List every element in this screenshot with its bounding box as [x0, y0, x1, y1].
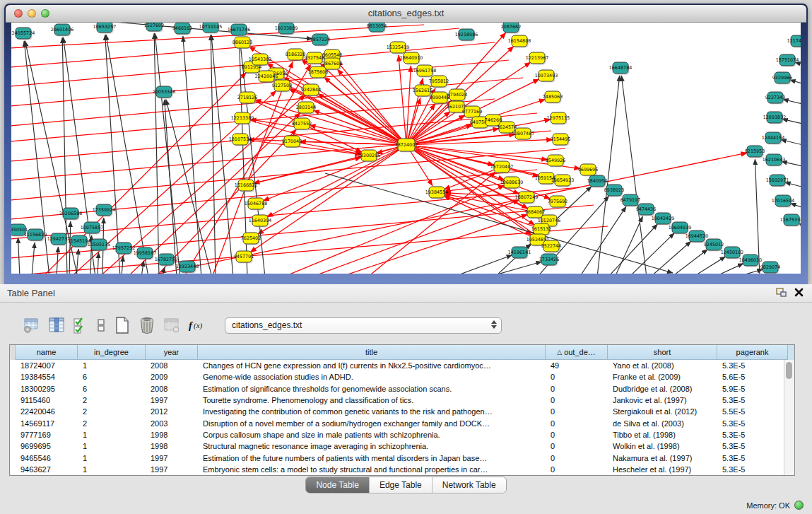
table-cell[interactable]: 2012	[146, 407, 198, 416]
table-cell[interactable]: 0	[546, 442, 608, 450]
network-node[interactable]: 19958167	[134, 247, 157, 260]
table-cell[interactable]: 19384554	[16, 373, 78, 381]
table-cell[interactable]: 5.3E-5	[717, 465, 788, 474]
tab-network-table[interactable]: Network Table	[432, 477, 506, 493]
network-node[interactable]: 6794024	[447, 89, 467, 102]
table-cell[interactable]: 2009	[146, 373, 198, 381]
network-node[interactable]: 9170043	[282, 136, 302, 148]
table-cell[interactable]: 2008	[146, 385, 198, 393]
table-cell[interactable]: 2003	[146, 419, 198, 428]
table-cell[interactable]: 5.3E-5	[717, 361, 788, 370]
network-node[interactable]: 9466162	[172, 23, 192, 35]
table-cell[interactable]: Nakamura et al. (1997)	[608, 454, 717, 462]
new-column-button[interactable]	[113, 315, 131, 335]
network-node[interactable]: 16210643	[763, 154, 786, 167]
table-cell[interactable]: Franke et al. (2009)	[608, 373, 717, 381]
network-node[interactable]: 24055724	[12, 28, 35, 40]
window-titlebar[interactable]: citations_edges.txt	[6, 5, 806, 23]
table-cell[interactable]: 0	[546, 373, 608, 381]
network-node[interactable]: 15751074	[776, 54, 799, 67]
table-cell[interactable]: 18300295	[16, 385, 78, 393]
network-node[interactable]: 8813054	[367, 23, 387, 33]
table-cell[interactable]: 9115460	[16, 396, 78, 404]
table-cell[interactable]: 9777169	[16, 431, 78, 439]
table-cell[interactable]: 2	[78, 396, 146, 404]
column-header-short[interactable]: short	[608, 345, 717, 360]
network-node[interactable]: 10719145	[199, 23, 223, 34]
network-node[interactable]: 7955812	[429, 76, 449, 88]
table-cell[interactable]: 1997	[146, 465, 198, 474]
table-row[interactable]: 1872400712008Changes of HCN gene express…	[10, 360, 794, 371]
table-cell[interactable]: Corpus callosum shape and size in male p…	[198, 431, 546, 439]
table-cell[interactable]: 2	[78, 419, 146, 428]
network-node[interactable]: 20053346	[153, 86, 176, 99]
network-node[interactable]: 8215953	[745, 146, 765, 158]
table-cell[interactable]: Structural magnetic resonance image aver…	[198, 442, 546, 450]
network-node[interactable]: 7857224	[310, 34, 330, 47]
table-cell[interactable]: Jankovic et al. (1997)	[608, 396, 717, 404]
network-node[interactable]: 2087682	[501, 23, 521, 34]
network-node[interactable]: 17016504	[772, 195, 795, 208]
table-cell[interactable]: Tibbo et al. (1998)	[608, 431, 717, 439]
network-node[interactable]: 18640910	[400, 52, 423, 65]
table-row[interactable]: 946554611997Estimation of the future num…	[10, 452, 794, 463]
network-node[interactable]: 7625402	[241, 233, 261, 245]
clear-selection-button[interactable]	[95, 315, 107, 335]
table-cell[interactable]: Disruption of a novel member of a sodium…	[198, 419, 546, 428]
network-node[interactable]: 11174028	[787, 35, 801, 48]
network-node[interactable]: 10042429	[652, 213, 675, 226]
column-header-year[interactable]: year	[146, 345, 198, 360]
table-cell[interactable]: 5.3E-5	[717, 442, 788, 450]
network-node[interactable]: 2522744	[541, 240, 561, 253]
table-cell[interactable]: 1	[78, 361, 146, 370]
table-cell[interactable]: 0	[546, 431, 608, 439]
network-canvas[interactable]: 1872400715325419186409101696175879558121…	[11, 23, 801, 274]
network-node[interactable]: 14196141	[508, 247, 531, 259]
table-cell[interactable]: 5.9E-5	[717, 385, 788, 393]
table-cell[interactable]: Yano et al. (2008)	[608, 361, 717, 370]
network-node[interactable]: 2718126	[237, 92, 257, 105]
table-row[interactable]: 1938455462009Genome-wide association stu…	[10, 371, 794, 382]
table-row[interactable]: 1830029562008Estimation of significance …	[10, 383, 794, 395]
table-cell[interactable]: de Silva et al. (2003)	[608, 419, 717, 428]
table-cell[interactable]: Wolkin et al. (1998)	[608, 442, 717, 450]
network-node[interactable]: 8549926	[546, 155, 565, 168]
select-columns-button[interactable]	[72, 315, 89, 335]
table-cell[interactable]: 1	[78, 454, 146, 462]
table-scrollbar-thumb[interactable]	[786, 362, 792, 379]
network-node[interactable]: 10653257	[93, 23, 117, 34]
table-cell[interactable]: 1998	[146, 431, 198, 439]
network-node[interactable]: 16671746	[228, 24, 251, 37]
table-cell[interactable]: 9699695	[16, 442, 78, 450]
network-node[interactable]: 7975692	[548, 196, 567, 209]
network-node[interactable]: 12093832	[763, 112, 787, 124]
network-node[interactable]: 9227343	[765, 92, 785, 105]
column-header-out_de[interactable]: △out_de…	[546, 345, 608, 360]
table-cell[interactable]: 5.6E-5	[717, 373, 788, 381]
table-cell[interactable]: 5.3E-5	[717, 431, 788, 439]
tab-node-table[interactable]: Node Table	[306, 477, 369, 493]
network-node[interactable]: 16648784	[609, 62, 632, 75]
network-node[interactable]: 8186328	[286, 49, 305, 62]
table-row[interactable]: 977716911998Corpus callosum shape and si…	[10, 429, 794, 440]
function-builder-button[interactable]: f (x)	[187, 315, 208, 335]
table-cell[interactable]: 5.3E-5	[717, 396, 788, 404]
table-cell[interactable]: 1	[78, 465, 146, 474]
table-cell[interactable]: Estimation of significance thresholds fo…	[198, 385, 546, 393]
network-node[interactable]: 1527602	[144, 23, 164, 33]
table-row[interactable]: 2242004622012Investigating the contribut…	[10, 406, 794, 417]
network-node[interactable]: 16154808	[508, 35, 531, 48]
table-cell[interactable]: 49	[546, 361, 608, 370]
table-row[interactable]: 946362711997Embryonic stem cells: a mode…	[10, 464, 794, 475]
column-header-name[interactable]: name	[16, 345, 78, 360]
network-node[interactable]: 15692971	[766, 175, 789, 187]
network-node[interactable]: 2803144	[296, 102, 316, 115]
network-node[interactable]: 20691406	[51, 24, 74, 37]
table-cell[interactable]: 22420046	[16, 407, 78, 416]
network-node[interactable]: 15720407	[490, 161, 514, 174]
table-cell[interactable]: 1997	[146, 396, 198, 404]
table-cell[interactable]: Stergiakouli et al. (2012)	[608, 407, 717, 416]
table-selector-dropdown[interactable]: citations_edges.txt	[225, 317, 502, 334]
table-cell[interactable]: 2	[78, 407, 146, 416]
column-header-in_degree[interactable]: in_degree	[78, 345, 146, 360]
